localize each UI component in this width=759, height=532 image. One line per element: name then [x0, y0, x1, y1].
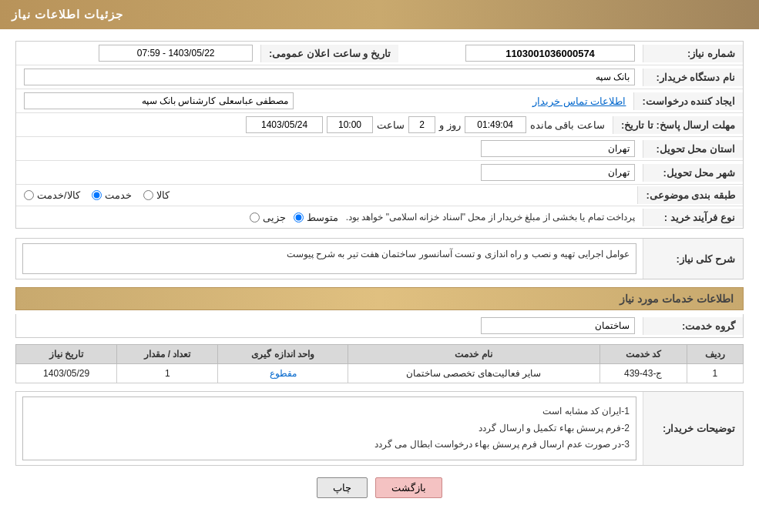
radio-khadamat-label: خدمت — [105, 189, 132, 201]
th-radif: ردیف — [687, 345, 743, 364]
namdastgah-value — [16, 65, 643, 89]
ijaad-input[interactable] — [24, 92, 294, 109]
ettelaat-link[interactable]: اطلاعات تماس خریدار — [532, 95, 626, 107]
td-radif: 1 — [687, 364, 743, 383]
th-kod: کد خدمت — [599, 345, 687, 364]
th-vahed: واحد اندازه گیری — [218, 345, 348, 364]
namdastgah-label: نام دستگاه خریدار: — [643, 69, 743, 86]
buyer-notes-box: 1-ایران کد مشابه است 2-فرم پرسش بهاء تکم… — [22, 396, 636, 460]
buyer-note-line1: 1-ایران کد مشابه است — [29, 403, 630, 420]
sharh-box: عوامل اجرایی تهیه و نصب و راه اندازی و ت… — [22, 243, 636, 274]
buyer-notes-section: توضیحات خریدار: 1-ایران کد مشابه است 2-ف… — [15, 391, 744, 466]
buyer-note-line2: 2-فرم پرسش بهاء تکمیل و ارسال گردد — [29, 420, 630, 437]
gorohe-value — [16, 314, 643, 337]
row-shahr: شهر محل تحویل: — [16, 161, 743, 185]
ijaad-label: ایجاد کننده درخواست: — [633, 92, 743, 110]
page-wrapper: جزئیات اطلاعات نیاز شماره نیاز: تاریخ و … — [0, 0, 759, 532]
mohlat-label: مهلت ارسال پاسخ: تا تاریخ: — [613, 116, 743, 134]
radio-kala-khadamat-label: کالا/خدمت — [37, 189, 80, 201]
row-shomareNiaz: شماره نیاز: تاریخ و ساعت اعلان عمومی: — [16, 42, 743, 65]
noefarayand-note: پرداخت تمام یا بخشی از مبلغ خریدار از مح… — [346, 212, 635, 223]
content-area: شماره نیاز: تاریخ و ساعت اعلان عمومی: نا… — [0, 29, 759, 521]
sharh-section: شرح کلی نیاز: عوامل اجرایی تهیه و نصب و … — [15, 238, 744, 279]
table-header-row: ردیف کد خدمت نام خدمت واحد اندازه گیری ت… — [16, 345, 744, 364]
tarikh-value — [16, 42, 260, 65]
ostaan-input[interactable] — [481, 140, 635, 157]
table-row: 1 ج-43-439 سایر فعالیت‌های تخصصی ساختمان… — [16, 364, 744, 383]
td-vahed[interactable]: مقطوع — [218, 364, 348, 383]
time-input[interactable] — [327, 116, 373, 133]
roz-label: روز و — [439, 119, 461, 131]
tarikh-input[interactable] — [99, 45, 253, 62]
gorohe-input[interactable] — [481, 317, 635, 334]
radio-motavaset[interactable]: متوسط — [294, 212, 338, 223]
radio-kala-label: کالا — [156, 189, 170, 201]
buyer-note-line3: 3-در صورت عدم ارسال فرم پرسش بهاء درخواس… — [29, 437, 630, 453]
shahr-input[interactable] — [481, 164, 635, 181]
main-info-section: شماره نیاز: تاریخ و ساعت اعلان عمومی: نا… — [15, 41, 744, 229]
th-name: نام خدمت — [348, 345, 599, 364]
radio-motavaset-label: متوسط — [307, 212, 338, 223]
row-mohlat: مهلت ارسال پاسخ: تا تاریخ: ساعت باقی مان… — [16, 113, 743, 137]
shomareNiaz-label: شماره نیاز: — [643, 45, 743, 62]
mohlat-value: ساعت باقی مانده روز و ساعت — [16, 113, 613, 136]
remaining-input[interactable] — [465, 116, 526, 133]
sharh-label: شرح کلی نیاز: — [643, 239, 743, 279]
date-input[interactable] — [246, 116, 323, 133]
ostaan-value — [16, 137, 643, 160]
khadamat-section-title: اطلاعات خدمات مورد نیاز — [620, 293, 734, 305]
radio-kala[interactable]: کالا — [143, 189, 170, 201]
radio-khadamat[interactable]: خدمت — [92, 189, 132, 201]
shahr-value — [16, 161, 643, 184]
row-noefarayand: نوع فرآیند خرید : پرداخت تمام یا بخشی از… — [16, 206, 743, 228]
radio-khadamat-input[interactable] — [92, 190, 102, 200]
th-tedad: تعداد / مقدار — [117, 345, 218, 364]
services-table-container: ردیف کد خدمت نام خدمت واحد اندازه گیری ت… — [15, 344, 744, 383]
radio-kala-khadamat-input[interactable] — [24, 190, 34, 200]
khadamat-section-header: اطلاعات خدمات مورد نیاز — [15, 287, 744, 310]
print-button[interactable]: چاپ — [317, 477, 368, 498]
radio-motavaset-input[interactable] — [294, 212, 304, 223]
th-tarikh: تاریخ نیاز — [16, 345, 117, 364]
row-namdastgah: نام دستگاه خریدار: — [16, 65, 743, 89]
sharh-text: عوامل اجرایی تهیه و نصب و راه اندازی و ت… — [287, 249, 630, 259]
row-ijaad: ایجاد کننده درخواست: اطلاعات تماس خریدار — [16, 89, 743, 113]
shomareNiaz-value — [398, 42, 643, 65]
shomareNiaz-input[interactable] — [465, 45, 635, 62]
gorohe-label: گروه خدمت: — [643, 317, 743, 335]
radio-kala-khadamat[interactable]: کالا/خدمت — [24, 189, 80, 201]
td-name: سایر فعالیت‌های تخصصی ساختمان — [348, 364, 599, 383]
buyer-notes-label: توضیحات خریدار: — [643, 392, 743, 465]
noefarayand-label: نوع فرآیند خرید : — [643, 209, 743, 226]
ostaan-label: استان محل تحویل: — [643, 140, 743, 158]
row-ostaan: استان محل تحویل: — [16, 137, 743, 161]
page-header: جزئیات اطلاعات نیاز — [0, 0, 759, 29]
days-input[interactable] — [408, 116, 435, 133]
page-title: جزئیات اطلاعات نیاز — [12, 8, 123, 21]
tarikh-label: تاریخ و ساعت اعلان عمومی: — [260, 45, 398, 62]
td-tedad: 1 — [117, 364, 218, 383]
back-button[interactable]: بازگشت — [375, 477, 442, 498]
ijaad-value: اطلاعات تماس خریدار — [16, 89, 633, 112]
radio-kala-input[interactable] — [143, 190, 153, 200]
buttons-row: بازگشت چاپ — [15, 477, 744, 498]
tabaqe-label: طبقه بندی موضوعی: — [637, 186, 743, 204]
saaat-label: ساعت — [377, 119, 405, 131]
tabaqe-value: کالا/خدمت خدمت کالا — [16, 186, 637, 204]
td-tarikh: 1403/05/29 — [16, 364, 117, 383]
radio-jozii[interactable]: جزیی — [250, 212, 286, 223]
namdastgah-input[interactable] — [24, 69, 635, 85]
gorohe-row: گروه خدمت: — [15, 314, 744, 338]
row-tabaqe: طبقه بندی موضوعی: کالا/خدمت خدمت کالا — [16, 185, 743, 206]
shahr-label: شهر محل تحویل: — [643, 164, 743, 182]
remaining-label: ساعت باقی مانده — [530, 119, 605, 131]
td-kod: ج-43-439 — [599, 364, 687, 383]
noefarayand-value: پرداخت تمام یا بخشی از مبلغ خریدار از مح… — [16, 209, 643, 226]
services-table: ردیف کد خدمت نام خدمت واحد اندازه گیری ت… — [15, 344, 744, 383]
radio-jozii-label: جزیی — [263, 212, 286, 223]
buyer-notes-value: 1-ایران کد مشابه است 2-فرم پرسش بهاء تکم… — [16, 392, 643, 465]
radio-jozii-input[interactable] — [250, 212, 260, 223]
sharh-value: عوامل اجرایی تهیه و نصب و راه اندازی و ت… — [16, 239, 643, 279]
